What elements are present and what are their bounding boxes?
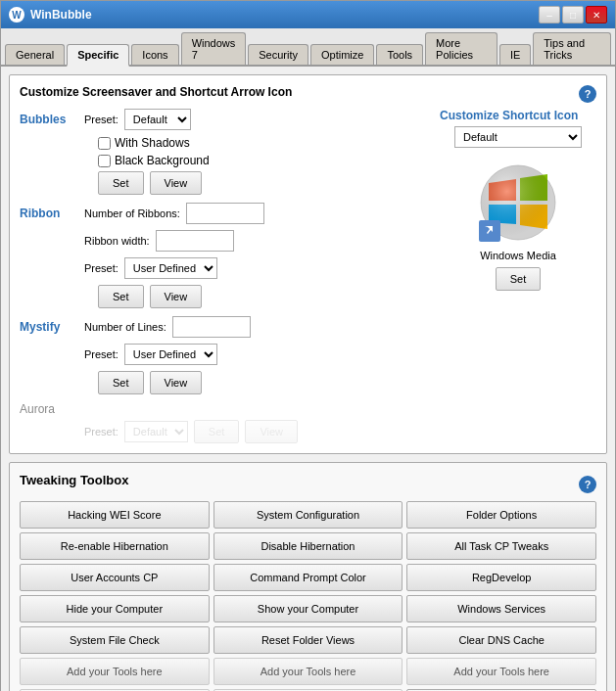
bubbles-set-button[interactable]: Set — [98, 171, 144, 195]
window-title: WinBubble — [30, 8, 92, 22]
ribbon-set-button[interactable]: Set — [98, 285, 144, 308]
bubbles-view-button[interactable]: View — [150, 171, 203, 195]
ribbon-header-row: Ribbon Number of Ribbons: — [20, 203, 424, 224]
shortcut-icon-preview — [479, 163, 557, 242]
with-shadows-label: With Shadows — [115, 136, 190, 150]
toolbox-title: Tweaking Toolbox — [20, 473, 128, 487]
disable-hibernate-button[interactable]: Disable Hibernation — [213, 532, 403, 560]
ribbon-preset-row: Preset: User Defined Default — [84, 257, 424, 279]
app-icon: W — [9, 7, 24, 23]
system-file-check-button[interactable]: System File Check — [20, 626, 210, 654]
tab-ie[interactable]: IE — [499, 44, 531, 65]
window-controls: – □ ✕ — [539, 6, 607, 23]
tab-tips[interactable]: Tips and Tricks — [533, 32, 611, 65]
toolbox-grid: Hacking WEI Score System Configuration F… — [20, 501, 596, 691]
ribbon-buttons-row: Set View — [98, 285, 424, 308]
add-tools-3-button[interactable]: Add your Tools here — [406, 658, 596, 685]
shortcut-set-button[interactable]: Set — [496, 267, 542, 291]
tab-security[interactable]: Security — [248, 44, 308, 65]
toolbox-help-icon[interactable]: ? — [579, 476, 596, 493]
mystify-group: Mystify Number of Lines: Preset: User De… — [20, 316, 424, 394]
all-task-cp-button[interactable]: All Task CP Tweaks — [406, 532, 596, 560]
aurora-view-button[interactable]: View — [245, 420, 298, 443]
windows-services-button[interactable]: Windows Services — [406, 595, 596, 622]
mystify-preset-select[interactable]: User Defined Default — [124, 344, 217, 365]
aurora-set-button[interactable]: Set — [194, 420, 240, 443]
screensaver-section: Bubbles Preset: Default Custom With Shad… — [20, 109, 596, 443]
mystify-view-button[interactable]: View — [150, 371, 203, 394]
title-bar-left: W WinBubble — [9, 7, 92, 23]
bubbles-preset-label: Preset: — [84, 114, 118, 125]
ribbon-width-input[interactable] — [156, 230, 234, 252]
shortcut-section: Customize Shortcut Icon Default Custom N… — [440, 109, 596, 443]
show-computer-button[interactable]: Show your Computer — [213, 595, 403, 622]
bubbles-buttons-row: Set View — [98, 171, 424, 195]
folder-options-button[interactable]: Folder Options — [406, 501, 596, 529]
bubbles-group: Bubbles Preset: Default Custom With Shad… — [20, 109, 424, 195]
command-prompt-color-button[interactable]: Command Prompt Color — [213, 564, 403, 591]
mystify-preset-label: Preset: — [84, 348, 118, 360]
tab-windows7[interactable]: Windows 7 — [181, 32, 247, 65]
num-ribbons-input[interactable] — [186, 203, 264, 224]
with-shadows-checkbox[interactable] — [98, 137, 111, 150]
toolbox-header: Tweaking Toolbox ? — [20, 473, 596, 495]
add-tools-1-button[interactable]: Add your Tools here — [20, 658, 210, 685]
screensaver-left: Bubbles Preset: Default Custom With Shad… — [20, 109, 424, 443]
ribbon-width-row: Ribbon width: — [84, 230, 424, 252]
main-content: ? Customize Screensaver and Shortcut Arr… — [1, 67, 615, 691]
title-bar: W WinBubble – □ ✕ — [1, 1, 615, 28]
aurora-preset-label: Preset: — [84, 426, 118, 438]
bubbles-label: Bubbles — [20, 113, 78, 126]
icon-label: Windows Media — [480, 250, 556, 261]
aurora-preset-row: Preset: Default Set View — [20, 420, 424, 443]
screensaver-panel-title: ? Customize Screensaver and Shortcut Arr… — [20, 85, 596, 99]
black-bg-checkbox[interactable] — [98, 155, 111, 167]
close-button[interactable]: ✕ — [586, 6, 607, 23]
shortcut-preset-select[interactable]: Default Custom None — [454, 126, 582, 148]
regdevelop-button[interactable]: RegDevelop — [406, 564, 596, 591]
tab-more-policies[interactable]: More Policies — [425, 32, 498, 65]
tab-tools[interactable]: Tools — [376, 44, 423, 65]
reset-folder-views-button[interactable]: Reset Folder Views — [213, 626, 403, 654]
aurora-label: Aurora — [20, 402, 424, 416]
screensaver-help-icon[interactable]: ? — [579, 85, 596, 103]
bubbles-row: Bubbles Preset: Default Custom — [20, 109, 424, 130]
mystify-set-button[interactable]: Set — [98, 371, 144, 394]
ribbon-view-button[interactable]: View — [150, 285, 203, 308]
ribbon-label: Ribbon — [20, 207, 78, 220]
tab-bar: General Specific Icons Windows 7 Securit… — [1, 28, 615, 67]
ribbon-group: Ribbon Number of Ribbons: Ribbon width: … — [20, 203, 424, 308]
ribbon-preset-label: Preset: — [84, 262, 118, 274]
user-accounts-cp-button[interactable]: User Accounts CP — [20, 564, 210, 591]
main-window: W WinBubble – □ ✕ General Specific Icons… — [0, 0, 616, 691]
tab-general[interactable]: General — [5, 44, 65, 65]
num-lines-input[interactable] — [172, 316, 251, 338]
aurora-group: Aurora Preset: Default Set View — [20, 402, 424, 443]
num-ribbons-label: Number of Ribbons: — [84, 207, 180, 219]
mystify-label: Mystify — [20, 320, 78, 334]
tab-specific[interactable]: Specific — [67, 44, 129, 67]
toolbox-panel: Tweaking Toolbox ? Hacking WEI Score Sys… — [9, 462, 607, 691]
system-config-button[interactable]: System Configuration — [213, 501, 403, 529]
maximize-button[interactable]: □ — [562, 6, 584, 23]
black-bg-label: Black Background — [115, 154, 210, 167]
bubbles-preset-select[interactable]: Default Custom — [124, 109, 191, 130]
mystify-header-row: Mystify Number of Lines: — [20, 316, 424, 338]
with-shadows-row: With Shadows — [98, 136, 424, 150]
black-bg-row: Black Background — [98, 154, 424, 167]
hacking-wei-button[interactable]: Hacking WEI Score — [20, 501, 210, 529]
mystify-buttons-row: Set View — [98, 371, 424, 394]
tab-icons[interactable]: Icons — [131, 44, 178, 65]
mystify-preset-row: Preset: User Defined Default — [84, 344, 424, 365]
add-tools-2-button[interactable]: Add your Tools here — [213, 658, 403, 685]
num-lines-label: Number of Lines: — [84, 321, 166, 333]
aurora-preset-select[interactable]: Default — [124, 421, 188, 442]
minimize-button[interactable]: – — [539, 6, 560, 23]
ribbon-preset-select[interactable]: User Defined Default — [124, 257, 217, 279]
clear-dns-cache-button[interactable]: Clear DNS Cache — [406, 626, 596, 654]
screensaver-panel: ? Customize Screensaver and Shortcut Arr… — [9, 74, 607, 454]
reenable-hibernate-button[interactable]: Re-enable Hibernation — [20, 532, 210, 560]
ribbon-width-label: Ribbon width: — [84, 235, 150, 247]
tab-optimize[interactable]: Optimize — [310, 44, 374, 65]
hide-computer-button[interactable]: Hide your Computer — [20, 595, 210, 622]
